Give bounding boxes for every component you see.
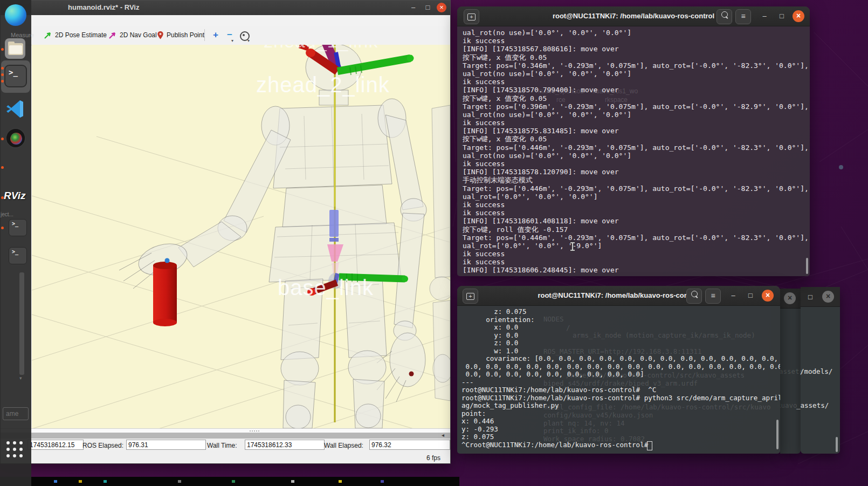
terminal-line: ik success	[463, 201, 810, 209]
show-applications-dot	[6, 448, 10, 451]
terminal-line: Target: pos=['0.446m', '-0.293m', '0.075…	[463, 184, 810, 193]
time-panel: ROS Elapsed: Wall Time: Wall Elapsed:	[1, 439, 450, 453]
terminal-top-scrollbar[interactable]	[806, 258, 808, 274]
terminal-line: [INFO] [1745318570.799400]: move over	[463, 86, 810, 94]
rviz-titlebar[interactable]: humanoid.rviz* - RViz – □ ×	[1, 1, 450, 15]
show-applications-dot	[19, 454, 23, 457]
rviz-toolbar: 2D Pose Estimate 2D Nav Goal Publish Poi…	[1, 26, 450, 45]
rviz-maximize-button[interactable]: □	[423, 3, 432, 12]
terminal-line: ^Croot@NUC11TNKi7:/home/lab/kuavo-ros-co…	[461, 441, 780, 449]
search-icon	[691, 291, 698, 297]
terminal-line: ---	[461, 379, 780, 387]
wall-time-label: Wall Time:	[207, 442, 237, 449]
terminal-top-close-button[interactable]: ×	[793, 10, 804, 22]
wall-time-input[interactable]	[245, 440, 325, 450]
rviz-panel-ghost-scrollbar	[19, 272, 24, 375]
terminal-line: [INFO] [1745318578.120790]: move over	[463, 168, 810, 176]
dock: Measure >_ RViz ject... >_	[0, 0, 31, 486]
running-indicator-dot	[1, 48, 4, 51]
show-applications-dot	[13, 454, 16, 457]
terminal-line: z: 0.075	[461, 308, 780, 316]
terminal-line: w: 1.0	[461, 347, 780, 355]
nav-goal-label: 2D Nav Goal	[120, 31, 157, 39]
terminal-app-icon[interactable]: >_	[4, 65, 27, 87]
chevron-down-icon[interactable]: ▾	[247, 38, 250, 43]
terminal-search-button[interactable]	[717, 9, 732, 24]
rviz-close-button[interactable]: ×	[437, 3, 446, 12]
collapse-left-icon[interactable]: ◂	[442, 432, 444, 438]
terminal-line: ik success	[463, 78, 810, 86]
terminal-line: [INFO] [1745318601.408118]: move over	[463, 217, 810, 225]
ghost-text: /models/	[800, 367, 832, 375]
terminal-line: ual_rot(no use)=['0.0°', '0.0°', '0.0°']	[463, 29, 810, 37]
terminal-bottom-close-button[interactable]: ×	[762, 290, 774, 302]
rviz-minimize-button[interactable]: –	[409, 3, 418, 12]
terminal-top-maximize-button[interactable]: □	[776, 11, 787, 22]
show-applications-dot	[19, 441, 23, 444]
menu-icon: ≡	[711, 291, 715, 300]
terminal-bottom-titlebar[interactable]: + root@NUC11TNKi7: /home/lab/kuavo-ros-c…	[457, 286, 780, 306]
terminal-top-output[interactable]: ual_rot(no use)=['0.0°', '0.0°', '0.0°']…	[457, 26, 810, 276]
zoom-in-button[interactable]: +	[211, 29, 221, 41]
terminal-line: [INFO] [1745318575.831485]: move over	[463, 127, 810, 135]
edge-browser-icon[interactable]	[5, 4, 26, 26]
terminal-window-thumb-icon[interactable]: >_	[9, 219, 27, 236]
ros-elapsed-input[interactable]	[126, 440, 206, 450]
red-cylinder-marker	[153, 262, 177, 326]
background-window-1-titlebar[interactable]: ×	[780, 289, 801, 309]
terminal-bottom-maximize-button[interactable]: □	[745, 290, 756, 301]
chevron-down-icon[interactable]: ▾	[231, 38, 233, 43]
publish-point-button[interactable]: Publish Point	[155, 29, 206, 41]
red-dot-marker	[409, 372, 414, 377]
files-app-icon[interactable]	[5, 38, 25, 59]
terminal-bottom-minimize-button[interactable]: –	[728, 290, 739, 301]
terminal-search-button[interactable]	[686, 289, 702, 304]
background-window-1-close-button[interactable]: ×	[784, 292, 796, 304]
ghost-text: _assets/	[796, 401, 829, 409]
rviz-menubar	[1, 15, 450, 26]
show-applications-dot	[13, 448, 16, 451]
background-window-2-titlebar[interactable]: □ ×	[801, 287, 840, 307]
terminal-menu-button[interactable]: ≡	[705, 289, 721, 304]
terminal-line: z: 0.075	[461, 433, 780, 441]
rviz-window: humanoid.rviz* - RViz – □ × 2D Pose Esti…	[0, 0, 451, 464]
terminal-top-titlebar[interactable]: + root@NUC11TNKi7: /home/lab/kuavo-ros-c…	[457, 6, 810, 26]
running-indicator-dot	[1, 80, 4, 83]
terminal-window-thumb-icon[interactable]: >_	[9, 247, 27, 264]
nav-goal-button[interactable]: 2D Nav Goal	[106, 29, 159, 41]
terminal-glyph: >_	[12, 221, 18, 227]
terminal-line: 0.0, 0.0, 0.0, 0.0, 0.0, 0.0, 0.0, 0.0, …	[461, 363, 780, 371]
background-window-2-maximize-button[interactable]: □	[805, 292, 816, 303]
background-window-scrollbar[interactable]	[836, 437, 838, 452]
rviz-app-icon[interactable]: RViz	[4, 190, 25, 202]
camera-lens-app-icon[interactable]	[5, 128, 26, 148]
terminal-top-minimize-button[interactable]: –	[759, 11, 770, 22]
background-window-2-close-button[interactable]: ×	[822, 291, 834, 303]
rviz-3d-viewport[interactable]: zhead_1_link zhead_2_link base_link	[32, 45, 450, 428]
vscode-app-icon[interactable]	[5, 98, 26, 120]
terminal-bottom-scrollbar[interactable]	[776, 420, 779, 449]
collapsed-panel-band[interactable]: ◂	[1, 433, 450, 439]
rviz-name-field-ghost: ame	[3, 407, 29, 420]
robot-right-fragment	[430, 105, 450, 401]
ghost-text: assets	[779, 367, 803, 375]
terminal-menu-button[interactable]: ≡	[735, 9, 751, 24]
running-indicator-dot	[1, 138, 4, 140]
terminal-line: ik success	[463, 209, 810, 217]
pose-estimate-button[interactable]: 2D Pose Estimate	[42, 29, 109, 41]
terminal-line: Target: pos=['0.396m', '-0.293m', '0.075…	[463, 102, 810, 111]
show-applications-button[interactable]	[6, 441, 25, 460]
pose-estimate-arrow-icon	[44, 31, 52, 39]
terminal-line: x: 0.0	[461, 324, 780, 332]
terminal-line: 按下w键, x 值变化 0.05	[463, 94, 810, 102]
bottom-taskbar-strip	[0, 477, 459, 486]
terminal-bottom-output[interactable]: z: 0.075 orientation: x: 0.0 y: 0.0 z: 0…	[457, 305, 780, 454]
search-icon	[721, 11, 728, 18]
terminal-line: 按下w键, x 值变化 0.05	[463, 135, 810, 143]
running-indicator-dot	[1, 166, 4, 169]
ros-time-input[interactable]	[27, 440, 84, 450]
terminal-line: ik success	[463, 250, 810, 258]
wall-elapsed-input[interactable]	[369, 440, 450, 450]
terminal-line: ik success	[463, 119, 810, 127]
terminal-line: Target: pos=['0.446m', '-0.293m', '0.075…	[463, 143, 810, 152]
